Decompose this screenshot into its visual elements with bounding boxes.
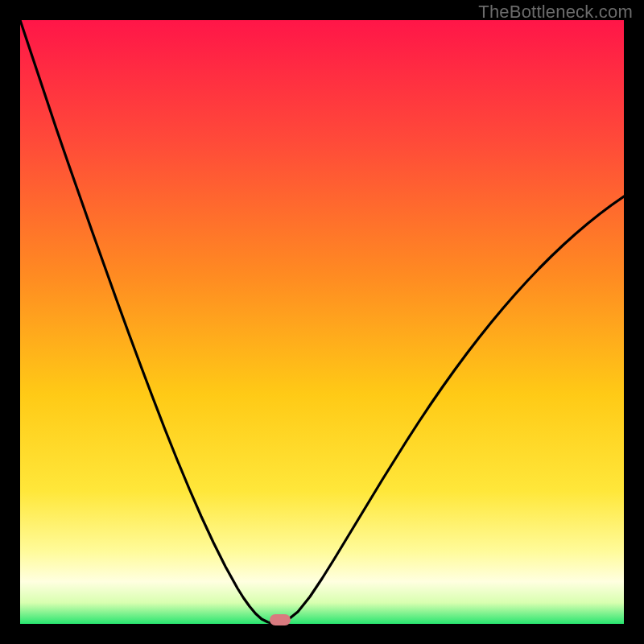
watermark-text: TheBottleneck.com: [478, 2, 633, 23]
chart-frame: TheBottleneck.com: [0, 0, 644, 644]
minimum-marker: [270, 614, 291, 625]
chart-plot: [20, 20, 624, 624]
chart-background-gradient: [20, 20, 624, 624]
